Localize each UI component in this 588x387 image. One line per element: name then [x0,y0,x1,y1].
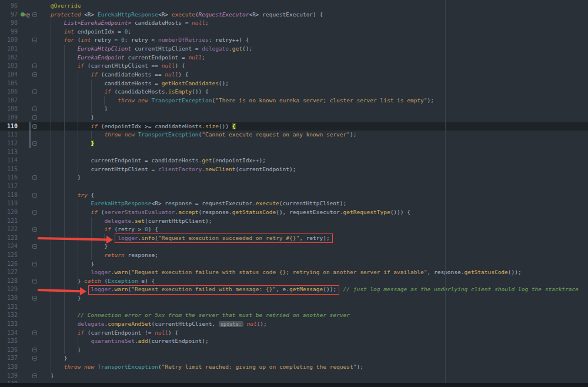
fold-marker-icon[interactable] [32,89,37,94]
line-number[interactable]: 116 [0,174,18,182]
fold-marker-icon[interactable] [32,193,37,198]
code-line[interactable]: 102 EurekaEndpoint currentEndpoint = nul… [0,54,588,62]
line-number[interactable]: 139 [0,372,18,381]
code-line[interactable]: 113 [0,148,588,157]
annotation-icon[interactable]: @ [26,11,29,19]
line-number[interactable]: 98 [0,19,18,28]
line-number[interactable]: 134 [0,329,18,338]
line-number[interactable]: 124 [0,242,18,251]
fold-marker-icon[interactable] [32,64,37,68]
code-line[interactable]: 125 return response; [0,251,588,260]
line-number[interactable]: 106 [0,88,18,96]
fold-marker-icon[interactable] [32,296,37,301]
code-line[interactable]: 116 } [0,174,588,182]
code-line[interactable]: 137 } [0,354,588,363]
line-number[interactable]: 99 [0,28,18,36]
fold-marker-icon[interactable] [32,38,37,42]
line-number[interactable]: 104 [0,71,18,79]
line-number[interactable]: 115 [0,165,18,174]
line-number[interactable]: 113 [0,148,18,157]
code-line[interactable]: 135 quarantineSet.add(currentEndpoint); [0,337,588,346]
code-line[interactable]: 139 } [0,372,588,381]
code-line[interactable]: 124 } [0,242,588,251]
line-number[interactable]: 102 [0,54,18,62]
code-line[interactable]: 97↑@ protected <R> EurekaHttpResponse<R>… [0,11,588,19]
code-line[interactable]: 100 for (int retry = 0; retry < numberOf… [0,36,588,45]
code-line[interactable]: 115 currentHttpClient = clientFactory.ne… [0,165,588,174]
code-line[interactable]: 112 } [0,139,588,148]
fold-marker-icon[interactable] [32,175,37,180]
line-number[interactable]: 110 [0,122,18,131]
line-number[interactable]: 96 [0,2,18,11]
code-line[interactable]: 107 throw new TransportException("There … [0,96,588,105]
fold-marker-icon[interactable] [32,348,37,352]
fold-marker-icon[interactable] [32,141,37,146]
code-line[interactable]: 132 // Connection error or 5xx from the … [0,311,588,320]
code-line[interactable]: 126 } [0,260,588,269]
fold-marker-icon[interactable] [32,279,37,283]
code-line[interactable]: 106 if (candidateHosts.isEmpty()) { [0,88,588,96]
code-line[interactable]: 103 if (currentHttpClient == null) { [0,62,588,71]
line-number[interactable]: 130 [0,294,18,303]
code-line[interactable]: 133 delegate.compareAndSet(currentHttpCl… [0,320,588,329]
line-number[interactable]: 137 [0,354,18,363]
line-number[interactable]: 131 [0,303,18,312]
code-line[interactable]: 136 } [0,346,588,355]
fold-marker-icon[interactable] [32,331,37,335]
line-number[interactable]: 126 [0,260,18,269]
line-number[interactable]: 120 [0,208,18,217]
code-line[interactable]: 98 List<EurekaEndpoint> candidateHosts =… [0,19,588,28]
code-line[interactable]: 121 delegate.set(currentHttpClient); [0,217,588,226]
fold-marker-icon[interactable] [32,356,37,361]
line-number[interactable]: 105 [0,79,18,88]
fold-marker-icon[interactable] [32,227,37,232]
code-line[interactable]: 122 if (retry > 0) { [0,225,588,234]
line-number[interactable]: 111 [0,131,18,139]
code-editor[interactable]: 96 @Override97↑@ protected <R> EurekaHtt… [0,0,588,387]
fold-marker-icon[interactable] [32,124,37,129]
line-number[interactable]: 133 [0,320,18,329]
line-number[interactable]: 118 [0,191,18,200]
line-number[interactable]: 108 [0,105,18,114]
code-line[interactable]: 118 try { [0,191,588,200]
code-line[interactable]: 130 } [0,294,588,303]
code-line[interactable]: 105 candidateHosts = getHostCandidates()… [0,79,588,88]
code-line[interactable]: 128 } catch (Exception e) { [0,277,588,286]
line-number[interactable]: 138 [0,363,18,372]
line-number[interactable]: 100 [0,36,18,45]
line-number[interactable]: 114 [0,156,18,165]
line-number[interactable]: 119 [0,199,18,208]
line-number[interactable]: 125 [0,251,18,260]
code-line[interactable]: 134 if (currentEndpoint != null) { [0,329,588,338]
code-line[interactable]: 119 EurekaHttpResponse<R> response = req… [0,199,588,208]
line-number[interactable]: 128 [0,277,18,286]
code-line[interactable]: 111 throw new TransportException("Cannot… [0,131,588,139]
line-number[interactable]: 122 [0,225,18,234]
code-line[interactable]: 127 logger.warn("Request execution failu… [0,268,588,277]
line-number[interactable]: 117 [0,182,18,191]
line-number[interactable]: 129 [0,285,18,294]
line-number[interactable]: 135 [0,337,18,346]
fold-marker-icon[interactable] [32,115,37,120]
line-number[interactable]: 121 [0,217,18,226]
line-number[interactable]: 97 [0,11,18,19]
code-line[interactable]: 120 if (serverStatusEvaluator.accept(res… [0,208,588,217]
fold-marker-icon[interactable] [32,244,37,249]
code-line[interactable]: 104 if (candidateHosts == null) { [0,71,588,79]
code-line[interactable]: 101 EurekaHttpClient currentHttpClient =… [0,45,588,54]
line-number[interactable]: 127 [0,268,18,277]
line-number[interactable]: 103 [0,62,18,71]
code-line[interactable]: 110 if (endpointIdx >= candidateHosts.si… [0,122,588,131]
fold-marker-icon[interactable] [32,12,37,17]
fold-marker-icon[interactable] [32,262,37,266]
code-line[interactable]: 96 @Override [0,2,588,11]
line-number[interactable]: 123 [0,234,18,243]
line-number[interactable]: 101 [0,45,18,54]
line-number[interactable]: 107 [0,96,18,105]
code-line[interactable]: 117 [0,182,588,191]
line-number[interactable]: 136 [0,346,18,355]
code-line[interactable]: 138 throw new TransportException("Retry … [0,363,588,372]
line-number[interactable]: 109 [0,114,18,122]
code-line[interactable]: 99 int endpointIdx = 0; [0,28,588,36]
fold-marker-icon[interactable] [32,210,37,215]
